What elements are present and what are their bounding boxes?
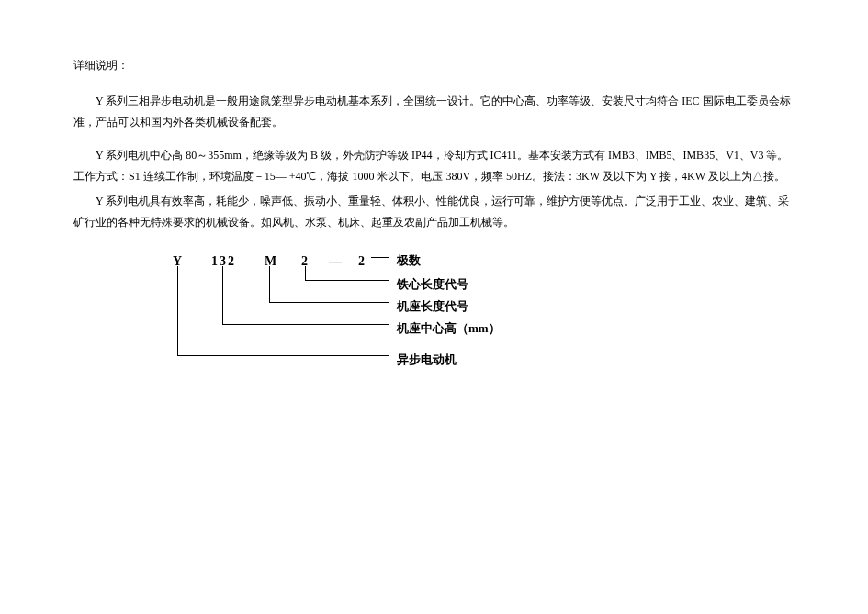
label-poles: 极数	[397, 250, 421, 273]
label-core-length: 铁心长度代号	[397, 274, 468, 296]
connector-line-poles	[371, 257, 389, 258]
model-code-diagram: Y 132 M 2 — 2 极数 铁心长度代号 机座长度代号 机座中心高（mm）…	[165, 250, 569, 406]
paragraph-2: Y 系列电机中心高 80～355mm，绝缘等级为 B 级，外壳防护等级 IP44…	[73, 145, 795, 187]
label-center-height: 机座中心高（mm）	[397, 318, 501, 340]
section-heading: 详细说明：	[73, 55, 795, 76]
label-frame-length: 机座长度代号	[397, 296, 468, 318]
label-motor-type: 异步电动机	[397, 349, 457, 372]
paragraph-3: Y 系列电机具有效率高，耗能少，噪声低、振动小、重量轻、体积小、性能优良，运行可…	[73, 191, 795, 233]
bracket-motor-type	[177, 266, 389, 356]
paragraph-1: Y 系列三相异步电动机是一般用途鼠笼型异步电动机基本系列，全国统一设计。它的中心…	[73, 91, 795, 133]
